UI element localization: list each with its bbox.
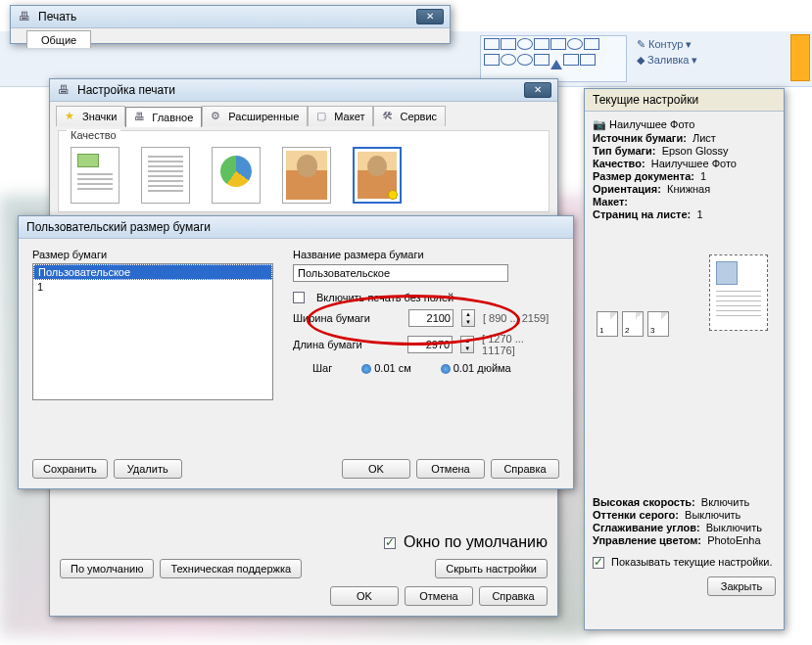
paper-height-input[interactable]	[407, 336, 453, 353]
step-inch-radio[interactable]: 0.01 дюйма	[441, 362, 511, 374]
quality-option-photo[interactable]	[282, 147, 331, 204]
quality-option-best-photo[interactable]	[353, 147, 402, 204]
star-icon: ★	[65, 110, 78, 123]
printer-icon: 🖶	[58, 83, 72, 97]
tech-support-button[interactable]: Техническая поддержка	[160, 559, 302, 578]
print-dialog: 🖶 Печать ✕ Общие	[10, 5, 451, 44]
quality-option-chart[interactable]	[212, 147, 261, 204]
name-label: Название размера бумаги	[293, 249, 559, 260]
hide-settings-button[interactable]: Скрыть настройки	[435, 559, 548, 578]
tab-service[interactable]: 🛠Сервис	[373, 106, 446, 126]
tab-general[interactable]: Общие	[26, 30, 91, 48]
default-window-checkbox[interactable]	[384, 537, 396, 549]
current-title: Текущие настройки	[585, 89, 784, 112]
show-settings-checkbox[interactable]	[593, 557, 604, 569]
height-spinner[interactable]: ▲▼	[460, 336, 474, 353]
close-button[interactable]: Закрыть	[707, 576, 776, 596]
help-button[interactable]: Справка	[491, 459, 559, 479]
ribbon-accent-button[interactable]	[790, 34, 810, 81]
list-item[interactable]: Пользовательское	[33, 264, 272, 280]
radio-icon	[361, 364, 371, 374]
paper-title-text: Пользовательский размер бумаги	[26, 220, 211, 234]
height-range: [ 1270 ... 11176]	[482, 333, 559, 356]
size-list-label: Размер бумаги	[32, 249, 273, 260]
shapes-gallery[interactable]	[480, 35, 627, 82]
help-button[interactable]: Справка	[479, 586, 548, 606]
mini-page-3: 3	[647, 311, 669, 337]
height-label: Длина бумаги	[293, 339, 400, 350]
wrench-icon: 🛠	[382, 110, 396, 123]
cancel-button[interactable]: Отмена	[405, 586, 473, 606]
paper-name-input[interactable]	[293, 264, 508, 282]
width-spinner[interactable]: ▲▼	[461, 309, 475, 327]
width-label: Ширина бумаги	[293, 312, 401, 324]
current-title-text: Текущие настройки	[593, 93, 698, 107]
setup-title-text: Настройка печати	[77, 83, 175, 97]
step-label: Шаг	[312, 362, 332, 374]
setup-title: 🖶 Настройка печати ✕	[50, 79, 557, 102]
mini-page-2: 2	[622, 311, 644, 337]
quality-group: Качество	[58, 130, 549, 212]
step-cm-radio[interactable]: 0.01 см	[361, 362, 411, 374]
close-icon[interactable]: ✕	[416, 9, 444, 24]
ok-button[interactable]: OK	[342, 459, 410, 479]
close-icon[interactable]: ✕	[524, 82, 551, 98]
borderless-label: Включить печать без полей	[316, 292, 454, 303]
quality-option-text[interactable]	[141, 147, 190, 204]
print-dialog-title: 🖶 Печать ✕	[11, 6, 450, 28]
tab-layout[interactable]: ▢Макет	[308, 106, 373, 126]
defaults-button[interactable]: По умолчанию	[60, 559, 154, 578]
setup-tabs: ★Значки 🖶Главное ⚙Расширенные ▢Макет 🛠Се…	[56, 106, 551, 126]
page-icon: ▢	[316, 110, 330, 123]
tab-icons[interactable]: ★Значки	[56, 106, 125, 126]
current-settings-panel: Текущие настройки 📷 Наилучшее Фото Источ…	[584, 88, 785, 630]
paper-width-input[interactable]	[408, 309, 454, 327]
save-button[interactable]: Сохранить	[32, 459, 108, 479]
gear-icon: ⚙	[211, 110, 224, 123]
width-range: [ 890 ... 2159]	[483, 312, 549, 324]
page-preview	[709, 254, 768, 331]
show-settings-label: Показывать текущие настройки.	[611, 556, 772, 568]
camera-icon: 📷	[593, 118, 606, 130]
ribbon-fill[interactable]: ◆ Заливка ▾	[637, 53, 697, 69]
borderless-checkbox[interactable]	[293, 292, 305, 303]
cancel-button[interactable]: Отмена	[416, 459, 485, 479]
quality-label: Качество	[67, 129, 120, 141]
best-badge-icon	[388, 190, 398, 200]
ok-button[interactable]: OK	[330, 586, 399, 606]
delete-button[interactable]: Удалить	[114, 459, 182, 479]
tab-advanced[interactable]: ⚙Расширенные	[202, 106, 308, 126]
list-item[interactable]: 1	[33, 280, 272, 294]
paper-size-dialog: Пользовательский размер бумаги Размер бу…	[18, 215, 574, 489]
best-photo-label: Наилучшее Фото	[609, 118, 694, 130]
paper-title: Пользовательский размер бумаги	[19, 216, 573, 239]
mini-page-1: 1	[597, 311, 618, 337]
printer-icon: 🖶	[19, 10, 32, 23]
printer-icon: 🖶	[134, 111, 148, 124]
radio-icon	[441, 364, 451, 374]
paper-size-list[interactable]: Пользовательское 1	[32, 263, 273, 400]
quality-option-draft[interactable]	[71, 147, 119, 204]
ribbon-contour[interactable]: ✎ Контур ▾	[637, 37, 697, 53]
print-dialog-title-text: Печать	[38, 10, 76, 23]
tab-main[interactable]: 🖶Главное	[125, 107, 202, 127]
ribbon-menu: ✎ Контур ▾ ◆ Заливка ▾	[637, 37, 697, 69]
default-window-label: Окно по умолчанию	[404, 533, 548, 550]
